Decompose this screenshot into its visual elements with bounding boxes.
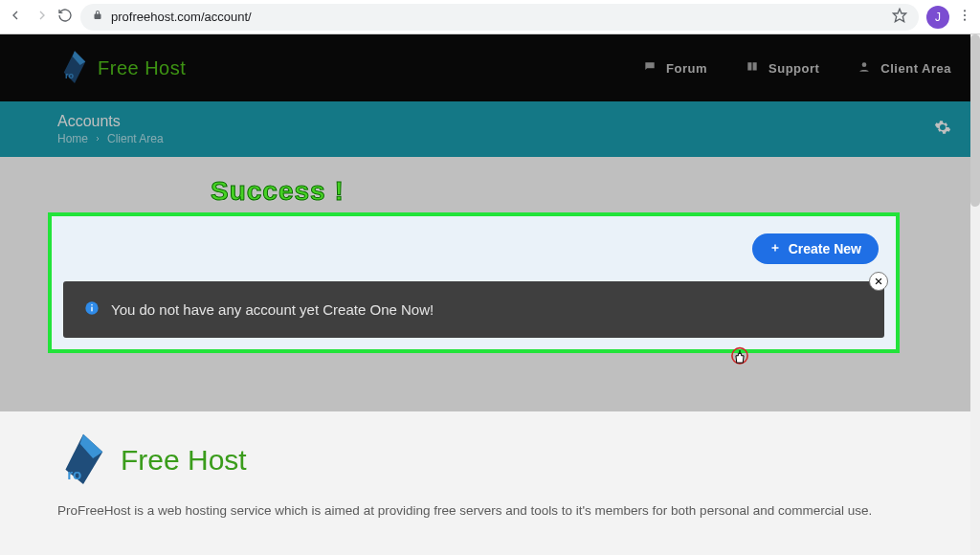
- notice-text: You do not have any account yet Create O…: [111, 301, 434, 318]
- accounts-panel: Create New You do not have any account y…: [48, 212, 900, 353]
- create-new-button[interactable]: Create New: [752, 233, 879, 264]
- svg-text:ro: ro: [67, 466, 81, 482]
- svg-point-1: [964, 10, 966, 11]
- brand-name: Free Host: [98, 57, 186, 79]
- settings-gear-icon[interactable]: [934, 119, 951, 140]
- nav-label: Client Area: [880, 61, 951, 76]
- page-title: Accounts: [57, 113, 164, 130]
- book-icon: [746, 60, 759, 77]
- footer-brand-name: Free Host: [121, 444, 247, 477]
- vertical-scrollbar[interactable]: [970, 34, 980, 555]
- site-header: ro Free Host Forum Support Client Area: [0, 34, 980, 101]
- reload-button[interactable]: [57, 8, 73, 27]
- svg-point-2: [964, 13, 966, 15]
- nav-label: Support: [768, 61, 819, 76]
- plus-icon: [769, 241, 781, 256]
- breadcrumb: Home Client Area: [57, 132, 164, 145]
- address-bar[interactable]: profreehost.com/account/: [80, 4, 919, 31]
- svg-point-7: [862, 62, 867, 67]
- browser-menu-icon[interactable]: [957, 8, 972, 27]
- footer-brand[interactable]: ro Free Host: [57, 433, 913, 488]
- svg-rect-11: [91, 307, 92, 312]
- nav-support[interactable]: Support: [746, 60, 819, 77]
- nav-forum[interactable]: Forum: [643, 60, 707, 77]
- profile-avatar[interactable]: J: [926, 6, 949, 29]
- svg-text:ro: ro: [65, 71, 75, 80]
- forward-button[interactable]: [34, 8, 50, 27]
- lock-icon: [92, 10, 103, 24]
- bookmark-star-icon[interactable]: [892, 8, 907, 26]
- svg-point-3: [964, 18, 966, 20]
- svg-rect-12: [91, 304, 92, 305]
- footer-description: ProFreeHost is a web hosting service whi…: [57, 503, 913, 518]
- site-footer: ro Free Host ProFreeHost is a web hostin…: [0, 411, 970, 555]
- avatar-initial: J: [935, 11, 941, 24]
- logo-mark-icon: ro: [57, 433, 109, 488]
- back-button[interactable]: [8, 8, 23, 27]
- breadcrumb-home[interactable]: Home: [57, 132, 88, 145]
- close-icon: [874, 273, 883, 290]
- info-icon: [84, 300, 100, 319]
- nav-label: Forum: [666, 61, 707, 76]
- success-annotation: Success !: [211, 176, 345, 207]
- chevron-right-icon: [94, 132, 101, 145]
- chat-icon: [643, 60, 657, 77]
- cursor-annotation: [727, 346, 752, 375]
- logo-mark-icon: ro: [57, 49, 92, 87]
- create-new-label: Create New: [789, 241, 861, 256]
- info-notice: You do not have any account yet Create O…: [63, 281, 884, 338]
- nav-client-area[interactable]: Client Area: [858, 60, 951, 77]
- page-title-bar: Accounts Home Client Area: [0, 101, 980, 157]
- close-notice-button[interactable]: [869, 272, 888, 291]
- svg-marker-0: [893, 9, 905, 21]
- breadcrumb-current: Client Area: [107, 132, 164, 145]
- url-text: profreehost.com/account/: [111, 10, 884, 24]
- scrollbar-thumb[interactable]: [970, 34, 980, 207]
- user-icon: [858, 60, 871, 77]
- brand-logo[interactable]: ro Free Host: [57, 49, 186, 87]
- browser-toolbar: profreehost.com/account/ J: [0, 0, 980, 34]
